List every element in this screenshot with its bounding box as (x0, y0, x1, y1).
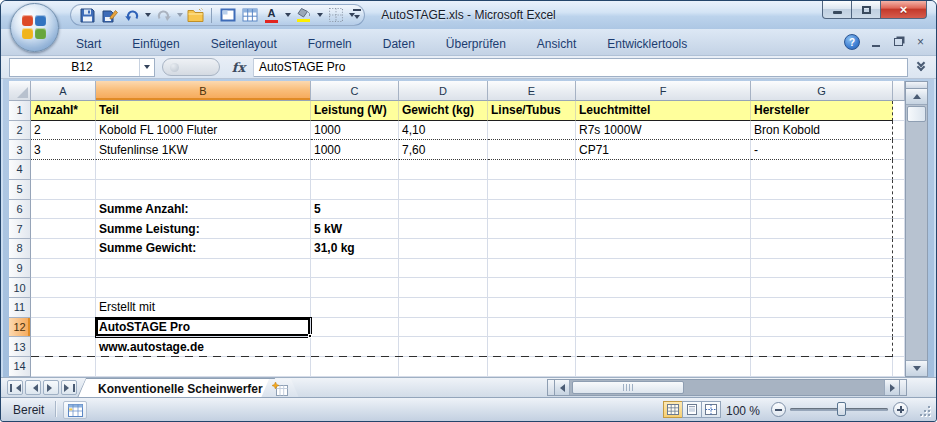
column-header-f[interactable]: F (576, 81, 751, 101)
cell-A14[interactable] (31, 357, 96, 377)
maximize-button[interactable] (852, 1, 881, 19)
cell-G12[interactable] (751, 318, 893, 338)
page-break-preview-button[interactable] (701, 401, 721, 418)
cell-C9[interactable] (311, 259, 399, 279)
font-color-icon[interactable]: A (261, 5, 282, 25)
fill-color-dropdown-icon[interactable] (315, 5, 324, 25)
cell-E13[interactable] (488, 337, 576, 357)
cell-D3[interactable]: 7,60 (399, 140, 488, 160)
cell-F8[interactable] (576, 239, 751, 259)
cell-A4[interactable] (31, 160, 96, 180)
cell-B10[interactable] (96, 278, 311, 298)
cell-B2[interactable]: Kobold FL 1000 Fluter (96, 121, 311, 141)
cell-C3[interactable]: 1000 (311, 140, 399, 160)
page-layout-view-button[interactable] (682, 401, 702, 418)
row-header-8[interactable]: 8 (9, 239, 31, 259)
cell-E3[interactable] (488, 140, 576, 160)
cell-D13[interactable] (399, 337, 488, 357)
workbook-restore-button[interactable] (892, 35, 905, 49)
cell-A11[interactable] (31, 298, 96, 318)
cell-A2[interactable]: 2 (31, 121, 96, 141)
cell-E14[interactable] (488, 357, 576, 377)
cell-D14[interactable] (399, 357, 488, 377)
row-header-13[interactable]: 13 (9, 337, 31, 357)
cell-B6[interactable]: Summe Anzahl: (96, 200, 311, 220)
row-header-11[interactable]: 11 (9, 298, 31, 318)
cell-B14[interactable] (96, 357, 311, 377)
cell-C10[interactable] (311, 278, 399, 298)
ribbon-tab-ansicht[interactable]: Ansicht (524, 34, 589, 54)
cell-G7[interactable] (751, 219, 893, 239)
cell-D11[interactable] (399, 298, 488, 318)
workbook-close-button[interactable]: × (917, 35, 924, 49)
cell-F4[interactable] (576, 160, 751, 180)
first-sheet-button[interactable] (7, 380, 23, 395)
cell-E12[interactable] (488, 318, 576, 338)
row-header-4[interactable]: 4 (9, 160, 31, 180)
cell-B1[interactable]: Teil (96, 101, 311, 121)
cell-D10[interactable] (399, 278, 488, 298)
cell-F9[interactable] (576, 259, 751, 279)
cell-B9[interactable] (96, 259, 311, 279)
cell-B4[interactable] (96, 160, 311, 180)
table-borders-icon[interactable] (239, 5, 260, 25)
row-header-2[interactable]: 2 (9, 121, 31, 141)
save-icon[interactable] (77, 5, 98, 25)
column-header-c[interactable]: C (311, 81, 399, 101)
cell-F13[interactable] (576, 337, 751, 357)
open-folder-icon[interactable] (185, 5, 206, 25)
name-box[interactable]: B12 (9, 58, 155, 77)
cell-E11[interactable] (488, 298, 576, 318)
cell-F7[interactable] (576, 219, 751, 239)
scroll-right-button[interactable] (884, 380, 899, 395)
zoom-in-button[interactable] (893, 402, 908, 417)
office-button[interactable] (10, 3, 59, 52)
scroll-left-button[interactable] (555, 380, 570, 395)
cell-A5[interactable] (31, 180, 96, 200)
record-macro-button[interactable] (63, 401, 87, 419)
cell-C1[interactable]: Leistung (W) (311, 101, 399, 121)
close-button[interactable]: × (881, 1, 927, 19)
expand-formula-bar-button[interactable] (911, 58, 931, 77)
cell-C8[interactable]: 31,0 kg (311, 239, 399, 259)
cell-E5[interactable] (488, 180, 576, 200)
row-header-9[interactable]: 9 (9, 259, 31, 279)
vertical-scrollbar[interactable] (905, 81, 928, 377)
workbook-minimize-button[interactable] (872, 35, 880, 49)
cell-C11[interactable] (311, 298, 399, 318)
row-header-10[interactable]: 10 (9, 278, 31, 298)
cell-C13[interactable] (311, 337, 399, 357)
customize-quick-access-icon[interactable] (353, 9, 361, 22)
column-header-b[interactable]: B (96, 81, 311, 101)
insert-function-button[interactable]: fx (224, 58, 254, 77)
font-color-dropdown-icon[interactable] (283, 5, 292, 25)
cell-B8[interactable]: Summe Gewicht: (96, 239, 311, 259)
cell-A13[interactable] (31, 337, 96, 357)
cell-D4[interactable] (399, 160, 488, 180)
horizontal-split-handle-right[interactable] (899, 380, 906, 395)
ribbon-tab-entwicklertools[interactable]: Entwicklertools (594, 34, 700, 54)
resize-grip[interactable] (917, 403, 931, 417)
fill-color-icon[interactable] (293, 5, 314, 25)
horizontal-scrollbar[interactable] (547, 379, 907, 396)
cell-D5[interactable] (399, 180, 488, 200)
cell-F5[interactable] (576, 180, 751, 200)
row-header-3[interactable]: 3 (9, 140, 31, 160)
row-header-5[interactable]: 5 (9, 180, 31, 200)
cell-F2[interactable]: R7s 1000W (576, 121, 751, 141)
sheet-tab-konventionelle-scheinwerfer[interactable]: Konventionelle Scheinwerfer (77, 378, 284, 398)
cell-G1[interactable]: Hersteller (751, 101, 893, 121)
cell-D9[interactable] (399, 259, 488, 279)
cell-C12[interactable] (311, 318, 399, 338)
scroll-down-button[interactable] (906, 360, 927, 376)
freeze-panes-icon[interactable] (217, 5, 238, 25)
normal-view-button[interactable] (663, 401, 683, 418)
cell-D12[interactable] (399, 318, 488, 338)
ribbon-tab-formeln[interactable]: Formeln (295, 34, 365, 54)
cell-E4[interactable] (488, 160, 576, 180)
ribbon-tab--berpr-fen[interactable]: Überprüfen (433, 34, 519, 54)
cell-C5[interactable] (311, 180, 399, 200)
cell-A9[interactable] (31, 259, 96, 279)
cell-E8[interactable] (488, 239, 576, 259)
cell-F12[interactable] (576, 318, 751, 338)
